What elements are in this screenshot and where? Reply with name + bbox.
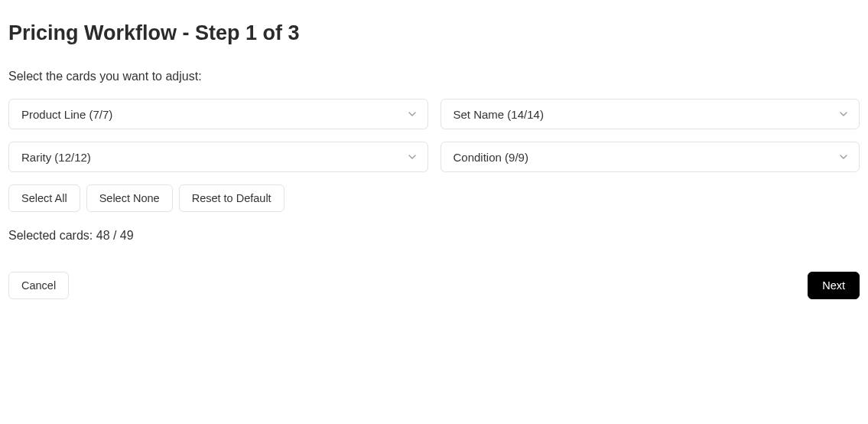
selection-actions: Select All Select None Reset to Default: [8, 184, 860, 212]
select-all-button[interactable]: Select All: [8, 184, 80, 212]
next-button[interactable]: Next: [808, 272, 860, 299]
reset-default-button[interactable]: Reset to Default: [179, 184, 284, 212]
condition-label: Condition (9/9): [454, 151, 528, 164]
product-line-label: Product Line (7/7): [21, 108, 112, 121]
product-line-dropdown[interactable]: Product Line (7/7): [8, 99, 428, 129]
dropdown-grid: Product Line (7/7) Set Name (14/14) Rari…: [8, 99, 860, 172]
set-name-label: Set Name (14/14): [454, 108, 544, 121]
chevron-down-icon: [837, 108, 850, 120]
rarity-dropdown[interactable]: Rarity (12/12): [8, 142, 428, 172]
instruction-text: Select the cards you want to adjust:: [8, 70, 860, 83]
selected-count: Selected cards: 48 / 49: [8, 229, 860, 243]
chevron-down-icon: [406, 108, 418, 120]
condition-dropdown[interactable]: Condition (9/9): [441, 142, 860, 172]
chevron-down-icon: [406, 151, 418, 163]
page-title: Pricing Workflow - Step 1 of 3: [8, 21, 860, 45]
cancel-button[interactable]: Cancel: [8, 272, 69, 299]
footer-actions: Cancel Next: [8, 272, 860, 299]
set-name-dropdown[interactable]: Set Name (14/14): [441, 99, 860, 129]
rarity-label: Rarity (12/12): [21, 151, 91, 164]
select-none-button[interactable]: Select None: [86, 184, 173, 212]
chevron-down-icon: [837, 151, 850, 163]
